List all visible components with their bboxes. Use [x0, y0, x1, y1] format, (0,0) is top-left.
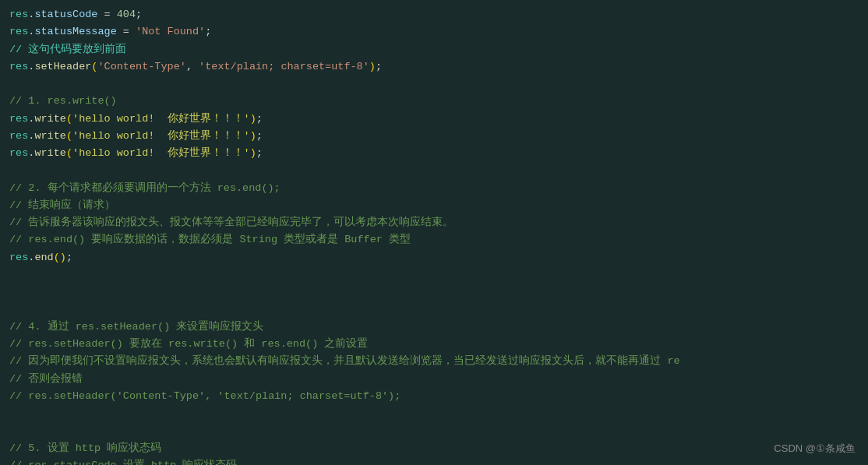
code-line-12: // 结束响应（请求） — [9, 197, 859, 214]
code-line-19: // 4. 通过 res.setHeader() 来设置响应报文头 — [9, 319, 859, 336]
code-line-1: res.statusCode = 404; — [9, 6, 859, 23]
code-line-15: res.end(); — [9, 249, 859, 266]
code-line-7: res.write('hello world! 你好世界！！！'); — [9, 111, 859, 128]
code-line-24 — [9, 405, 859, 422]
code-line-20: // res.setHeader() 要放在 res.write() 和 res… — [9, 336, 859, 353]
code-line-10 — [9, 162, 859, 179]
code-line-9: res.write('hello world! 你好世界！！！'); — [9, 145, 859, 162]
code-line-16 — [9, 266, 859, 284]
watermark-text: CSDN @①条咸鱼 — [774, 441, 856, 457]
code-line-18 — [9, 301, 859, 319]
code-line-26: // 5. 设置 http 响应状态码 — [9, 440, 859, 457]
code-line-2: res.statusMessage = 'Not Found'; — [9, 23, 859, 41]
code-line-4: res.setHeader('Content-Type', 'text/plai… — [9, 58, 859, 76]
code-line-6: // 1. res.write() — [9, 93, 859, 110]
code-line-3: // 这句代码要放到前面 — [9, 41, 859, 58]
code-editor: res.statusCode = 404; res.statusMessage … — [0, 0, 868, 465]
code-line-14: // res.end() 要响应数据的话，数据必须是 String 类型或者是 … — [9, 231, 859, 248]
code-line-21: // 因为即便我们不设置响应报文头，系统也会默认有响应报文头，并且默认发送给浏览… — [9, 353, 859, 370]
code-line-22: // 否则会报错 — [9, 371, 859, 388]
code-line-27: // res.statusCode 设置 http 响应状态码 — [9, 457, 859, 465]
code-line-11: // 2. 每个请求都必须要调用的一个方法 res.end(); — [9, 180, 859, 197]
code-line-23: // res.setHeader('Content-Type', 'text/p… — [9, 388, 859, 405]
code-line-25 — [9, 422, 859, 439]
code-line-5 — [9, 76, 859, 93]
code-line-13: // 告诉服务器该响应的报文头、报文体等等全部已经响应完毕了，可以考虑本次响应结… — [9, 214, 859, 231]
code-line-17 — [9, 284, 859, 301]
code-line-8: res.write('hello world! 你好世界！！！'); — [9, 128, 859, 145]
